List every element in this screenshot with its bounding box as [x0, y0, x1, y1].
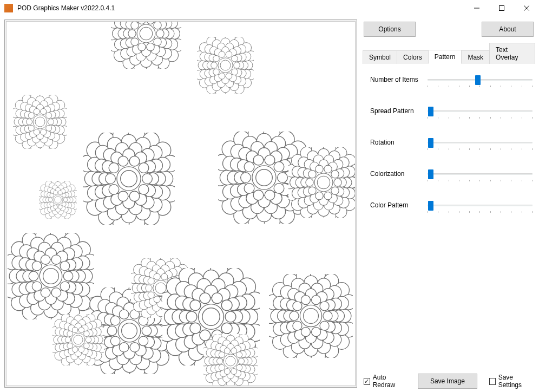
- svg-point-575: [41, 255, 50, 265]
- slider-thumb[interactable]: [428, 138, 433, 148]
- svg-point-640: [142, 326, 152, 336]
- slider-thumb[interactable]: [428, 201, 433, 211]
- svg-point-213: [27, 119, 32, 125]
- svg-point-217: [46, 113, 52, 119]
- svg-point-719: [154, 273, 160, 280]
- tab-pattern[interactable]: Pattern: [428, 50, 462, 64]
- close-button[interactable]: [514, 0, 539, 16]
- svg-point-933: [289, 311, 298, 320]
- svg-point-579: [43, 269, 59, 284]
- svg-point-864: [231, 348, 237, 354]
- slider-thumb[interactable]: [475, 75, 481, 85]
- tab-mask[interactable]: Mask: [461, 50, 490, 64]
- slider-label: Number of Items: [370, 76, 428, 83]
- svg-point-66: [147, 43, 154, 51]
- svg-point-67: [138, 43, 146, 51]
- svg-point-503: [54, 191, 58, 195]
- svg-point-930: [311, 327, 320, 336]
- svg-point-568: [63, 271, 73, 281]
- svg-point-1003: [72, 347, 77, 352]
- svg-point-143: [219, 51, 225, 57]
- svg-point-208: [48, 119, 54, 125]
- options-button[interactable]: Options: [364, 22, 416, 37]
- svg-point-860: [219, 364, 225, 370]
- svg-point-795: [202, 308, 220, 325]
- svg-point-856: [239, 358, 245, 364]
- tab-text-overlay[interactable]: Text Overlay: [489, 43, 535, 64]
- minimize-button[interactable]: [464, 0, 489, 16]
- slider-control[interactable]: [428, 139, 533, 154]
- svg-point-357: [241, 173, 251, 183]
- slider-ticks: [428, 148, 533, 150]
- svg-point-281: [139, 185, 149, 195]
- svg-point-859: [224, 369, 230, 375]
- slider-track[interactable]: [428, 110, 533, 112]
- svg-point-363: [256, 169, 273, 186]
- svg-point-71: [138, 21, 146, 24]
- svg-point-432: [324, 165, 332, 173]
- svg-point-282: [129, 191, 140, 201]
- svg-point-496: [63, 198, 68, 202]
- svg-point-936: [311, 295, 320, 304]
- slider-track[interactable]: [428, 205, 533, 206]
- tab-symbol[interactable]: Symbol: [363, 50, 397, 64]
- svg-point-144: [226, 51, 232, 57]
- svg-point-72: [147, 21, 154, 24]
- pattern-item: [197, 37, 254, 95]
- checkbox-icon: [364, 378, 370, 385]
- svg-point-929: [320, 321, 329, 330]
- svg-point-507: [55, 197, 62, 204]
- svg-point-788: [190, 323, 201, 334]
- svg-point-1005: [65, 337, 70, 342]
- pattern-item: [288, 147, 356, 219]
- slider-ticks: [428, 86, 533, 87]
- slider-track[interactable]: [428, 173, 533, 175]
- slider-ticks: [428, 117, 533, 119]
- svg-point-355: [253, 190, 264, 200]
- svg-point-785: [221, 323, 232, 334]
- svg-point-939: [303, 308, 318, 323]
- slider-thumb[interactable]: [428, 107, 433, 116]
- about-button[interactable]: About: [482, 22, 534, 37]
- svg-point-138: [226, 73, 232, 79]
- svg-point-576: [51, 255, 61, 265]
- svg-point-215: [34, 108, 40, 114]
- slider-track[interactable]: [428, 142, 533, 143]
- svg-point-497: [62, 202, 66, 206]
- svg-point-64: [156, 30, 164, 37]
- canvas: [6, 21, 356, 386]
- svg-point-212: [28, 125, 34, 131]
- window-title: POD Graphics Maker v2022.0.4.1: [17, 4, 464, 12]
- svg-point-211: [34, 129, 40, 135]
- slider-label: Color Pattern: [370, 201, 428, 209]
- pattern-item: [39, 181, 77, 220]
- checkbox-label: Save Settings: [498, 374, 534, 389]
- slider-control[interactable]: [428, 170, 533, 185]
- pattern-item: [111, 21, 181, 70]
- svg-point-435: [317, 176, 330, 188]
- tab-bar: SymbolColorsPatternMaskText Overlay: [363, 42, 535, 64]
- tab-colors[interactable]: Colors: [397, 50, 429, 64]
- svg-point-289: [139, 163, 149, 173]
- svg-point-791: [200, 293, 211, 304]
- slider-thumb[interactable]: [428, 169, 433, 179]
- auto-redraw-checkbox[interactable]: Auto Redraw: [364, 374, 406, 389]
- maximize-button[interactable]: [489, 0, 514, 16]
- slider-number-of-items: Number of Items: [370, 76, 533, 91]
- svg-point-789: [186, 311, 197, 322]
- pattern-item: [83, 133, 175, 226]
- save-settings-checkbox[interactable]: Save Settings: [489, 374, 534, 389]
- slider-label: Spread Pattern: [370, 107, 428, 115]
- svg-point-1004: [67, 343, 72, 348]
- svg-point-284: [109, 185, 119, 195]
- svg-point-499: [54, 205, 58, 209]
- svg-point-427: [315, 192, 323, 200]
- bottom-row: Auto Redraw Save Image Save Settings: [363, 371, 535, 389]
- save-image-button[interactable]: Save Image: [418, 374, 477, 389]
- slider-control[interactable]: [428, 107, 533, 122]
- svg-point-288: [129, 156, 140, 166]
- slider-spread-pattern: Spread Pattern: [370, 107, 533, 122]
- svg-point-358: [244, 162, 254, 172]
- slider-control[interactable]: [428, 201, 533, 217]
- slider-control[interactable]: [428, 76, 533, 91]
